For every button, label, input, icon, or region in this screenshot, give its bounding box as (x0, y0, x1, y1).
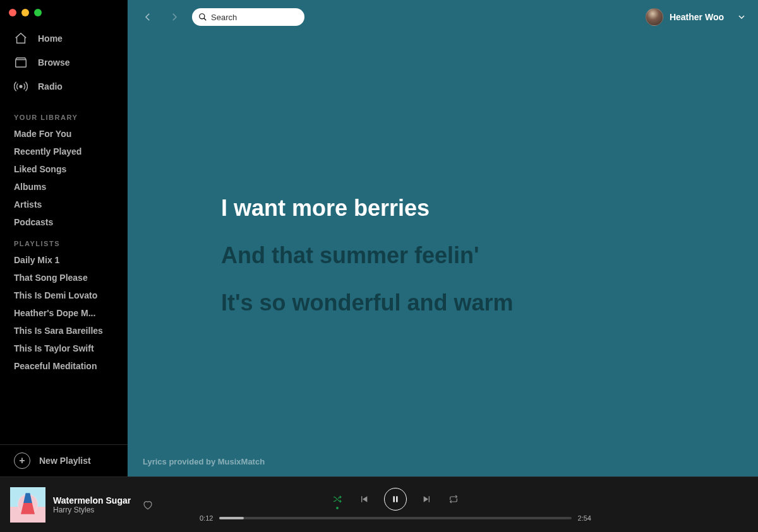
playlist-item[interactable]: Daily Mix 1 (0, 251, 128, 269)
shuffle-button[interactable] (331, 493, 344, 505)
library-section-title: YOUR LIBRARY (0, 105, 128, 125)
window-traffic-lights (0, 0, 128, 21)
nav-home[interactable]: Home (0, 27, 128, 50)
home-icon (14, 32, 28, 45)
nav-browse[interactable]: Browse (0, 50, 128, 74)
nav-label: Home (38, 33, 63, 44)
progress-bar[interactable] (219, 517, 571, 519)
library-item[interactable]: Artists (0, 196, 128, 213)
progress-fill (219, 517, 244, 519)
svg-point-1 (20, 85, 22, 88)
new-playlist-label: New Playlist (39, 456, 91, 466)
main-area: Home Browse Radio YOUR LIBRARY (0, 0, 758, 476)
play-pause-button[interactable] (384, 488, 407, 511)
playlist-item[interactable]: Peaceful Meditation (0, 357, 128, 375)
library-item[interactable]: Podcasts (0, 213, 128, 231)
nav-label: Radio (38, 81, 63, 92)
nav-radio[interactable]: Radio (0, 74, 128, 98)
window-minimize-button[interactable] (21, 9, 29, 16)
library-item[interactable]: Made For You (0, 125, 128, 143)
shuffle-active-indicator (336, 507, 339, 509)
track-title[interactable]: Watermelon Sugar (53, 495, 131, 505)
browse-icon (14, 56, 28, 69)
control-buttons-row (331, 488, 460, 511)
svg-point-2 (200, 14, 205, 19)
track-artist[interactable]: Harry Styles (53, 505, 131, 514)
sidebar: Home Browse Radio YOUR LIBRARY (0, 0, 128, 476)
nav-label: Browse (38, 57, 70, 68)
lyric-line-upcoming: It's so wonderful and warm (221, 289, 758, 316)
search-container[interactable] (192, 8, 304, 26)
progress-row: 0:12 2:54 (200, 514, 591, 522)
playlist-item[interactable]: That Song Please (0, 269, 128, 287)
search-input[interactable] (211, 13, 317, 22)
library-list: Made For You Recently Played Liked Songs… (0, 125, 128, 231)
chevron-down-icon (737, 12, 747, 22)
player-right-controls (591, 499, 758, 511)
svg-rect-0 (16, 59, 27, 67)
user-name: Heather Woo (670, 12, 724, 22)
svg-rect-3 (394, 496, 395, 502)
library-item[interactable]: Albums (0, 178, 128, 196)
lyrics-view: Heather Woo I want more berries And that… (128, 0, 758, 476)
player-bar: Watermelon Sugar Harry Styles (0, 476, 758, 532)
next-track-button[interactable] (421, 493, 433, 505)
plus-icon: + (14, 452, 30, 469)
app-window: Home Browse Radio YOUR LIBRARY (0, 0, 758, 532)
lyric-line-current: I want more berries (221, 194, 758, 222)
previous-track-button[interactable] (358, 493, 370, 505)
lyric-line-upcoming: And that summer feelin' (221, 242, 758, 269)
repeat-button[interactable] (447, 493, 460, 505)
lyrics-attribution: Lyrics provided by MusixMatch (143, 457, 265, 466)
sidebar-scroll[interactable]: YOUR LIBRARY Made For You Recently Playe… (0, 105, 128, 444)
nav-forward-button[interactable] (165, 8, 183, 26)
playlist-item[interactable]: This Is Demi Lovato (0, 287, 128, 304)
now-playing-text: Watermelon Sugar Harry Styles (53, 495, 131, 514)
playlists-section-title: PLAYLISTS (0, 231, 128, 251)
search-icon (198, 13, 207, 21)
playlist-item[interactable]: Heather's Dope M... (0, 304, 128, 322)
elapsed-time: 0:12 (200, 514, 213, 522)
user-avatar (646, 8, 663, 26)
like-button[interactable] (142, 499, 153, 511)
window-close-button[interactable] (9, 9, 16, 16)
radio-icon (14, 80, 28, 93)
primary-nav: Home Browse Radio (0, 21, 128, 105)
duration-time: 2:54 (578, 514, 591, 522)
svg-rect-4 (396, 496, 397, 502)
now-playing: Watermelon Sugar Harry Styles (10, 487, 200, 523)
playlists-list: Daily Mix 1 That Song Please This Is Dem… (0, 251, 128, 375)
window-maximize-button[interactable] (34, 9, 42, 16)
nav-back-button[interactable] (139, 8, 157, 26)
library-item[interactable]: Liked Songs (0, 160, 128, 178)
library-item[interactable]: Recently Played (0, 143, 128, 160)
user-menu[interactable]: Heather Woo (646, 8, 747, 26)
lyrics-container: I want more berries And that summer feel… (128, 34, 758, 476)
new-playlist-button[interactable]: + New Playlist (0, 444, 128, 476)
player-controls: 0:12 2:54 (200, 488, 591, 522)
topbar: Heather Woo (128, 0, 758, 34)
playlist-item[interactable]: This Is Sara Bareilles (0, 322, 128, 340)
album-cover[interactable] (10, 487, 45, 523)
playlist-item[interactable]: This Is Taylor Swift (0, 340, 128, 357)
